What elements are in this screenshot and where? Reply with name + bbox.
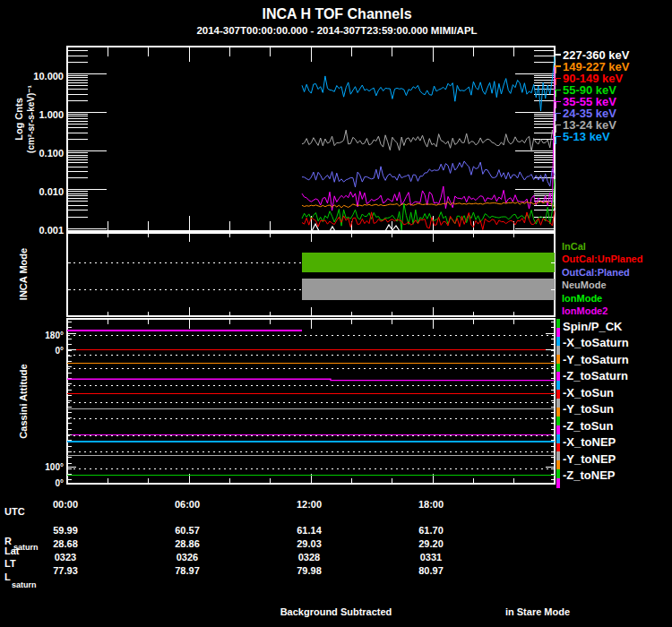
svg-text:77.93: 77.93	[53, 565, 78, 576]
svg-text:100°: 100°	[45, 462, 64, 472]
svg-text:-Y_toSaturn: -Y_toSaturn	[563, 353, 629, 366]
svg-text:00:00: 00:00	[53, 499, 78, 510]
svg-text:18:00: 18:00	[418, 499, 444, 510]
svg-text:10.000: 10.000	[33, 71, 64, 82]
svg-text:80.97: 80.97	[418, 565, 444, 576]
svg-text:29.20: 29.20	[418, 538, 444, 549]
svg-text:0°: 0°	[55, 346, 64, 356]
svg-text:Cassini Attitude: Cassini Attitude	[18, 364, 29, 438]
svg-text:-Y_toSun: -Y_toSun	[563, 402, 614, 416]
svg-text:IonMode: IonMode	[562, 293, 602, 304]
svg-text:saturn: saturn	[12, 580, 37, 589]
svg-text:60.57: 60.57	[175, 525, 200, 536]
svg-text:Lat: Lat	[4, 545, 20, 556]
svg-text:-X_toNEP: -X_toNEP	[563, 435, 616, 449]
svg-text:59.99: 59.99	[53, 525, 78, 536]
svg-text:61.70: 61.70	[418, 525, 444, 536]
svg-text:Log Cnts: Log Cnts	[13, 98, 24, 141]
svg-text:0331: 0331	[420, 552, 442, 563]
svg-text:1.000: 1.000	[39, 109, 64, 120]
svg-text:29.03: 29.03	[297, 538, 322, 549]
svg-text:78.97: 78.97	[175, 565, 200, 576]
svg-text:OutCal:UnPlaned: OutCal:UnPlaned	[562, 253, 642, 264]
svg-text:180°: 180°	[45, 331, 64, 340]
svg-text:LT: LT	[4, 558, 16, 569]
svg-text:0.001: 0.001	[39, 225, 64, 236]
svg-text:-X_toSun: -X_toSun	[563, 386, 614, 399]
svg-text:0323: 0323	[55, 552, 76, 563]
svg-text:06:00: 06:00	[175, 499, 200, 510]
svg-text:Spin/P_CK: Spin/P_CK	[563, 320, 623, 333]
svg-text:-Z_toSaturn: -Z_toSaturn	[563, 369, 628, 382]
svg-text:-Z_toSun: -Z_toSun	[563, 419, 613, 433]
svg-text:2014-307T00:00:00.000 - 2014-3: 2014-307T00:00:00.000 - 2014-307T23:59:0…	[196, 25, 477, 36]
svg-text:28.68: 28.68	[53, 538, 78, 549]
svg-text:UTC: UTC	[4, 506, 25, 517]
svg-text:0326: 0326	[177, 552, 198, 563]
svg-text:-Z_toNEP: -Z_toNEP	[563, 468, 616, 482]
svg-text:in Stare Mode: in Stare Mode	[505, 606, 570, 617]
svg-text:Background Subtracted: Background Subtracted	[280, 606, 392, 617]
svg-text:OutCal:Planed: OutCal:Planed	[562, 267, 630, 278]
svg-text:61.14: 61.14	[297, 525, 322, 536]
svg-text:L: L	[4, 571, 11, 582]
svg-text:NeuMode: NeuMode	[562, 279, 607, 290]
svg-text:InCal: InCal	[562, 241, 586, 252]
svg-text:(cm²-sr-s-keV)⁻¹: (cm²-sr-s-keV)⁻¹	[26, 84, 36, 153]
svg-text:0.100: 0.100	[39, 148, 64, 159]
svg-text:0.010: 0.010	[39, 186, 64, 197]
svg-text:IonMode2: IonMode2	[562, 305, 607, 316]
svg-text:INCA Mode: INCA Mode	[18, 248, 29, 300]
svg-text:-X_toSaturn: -X_toSaturn	[563, 336, 629, 349]
svg-text:0328: 0328	[298, 552, 320, 563]
svg-text:INCA H TOF Channels: INCA H TOF Channels	[262, 6, 411, 21]
svg-text:12:00: 12:00	[297, 499, 322, 510]
svg-text:5-13 keV: 5-13 keV	[563, 130, 610, 143]
svg-text:79.98: 79.98	[297, 565, 322, 576]
svg-text:-Y_toNEP: -Y_toNEP	[563, 452, 616, 466]
svg-text:0°: 0°	[55, 478, 64, 488]
svg-text:28.86: 28.86	[175, 538, 200, 549]
